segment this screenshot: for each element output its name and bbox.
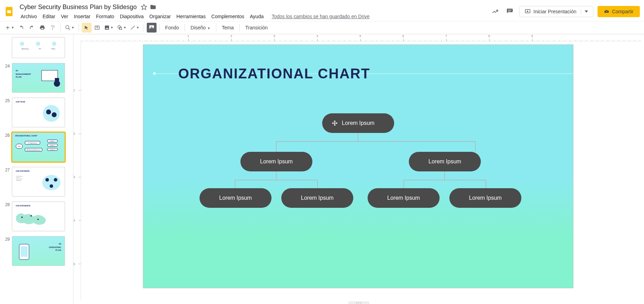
theme-button[interactable]: Tema (219, 25, 237, 30)
title-area: Cyber Security Business Plan by Slidesgo… (18, 3, 490, 21)
undo-button[interactable] (16, 23, 26, 33)
share-label: Compartir (612, 9, 634, 14)
svg-marker-7 (585, 10, 588, 13)
menu-editar[interactable]: Editar (40, 12, 58, 21)
svg-point-22 (52, 112, 57, 117)
select-tool-button[interactable] (82, 23, 92, 33)
svg-point-27 (21, 217, 23, 218)
star-icon[interactable] (141, 4, 147, 10)
ruler-vertical: 12345 (73, 41, 81, 301)
org-node-root[interactable]: Lorem Ipsum (322, 113, 394, 133)
org-node-l3b[interactable]: Lorem Ipsum (281, 188, 353, 208)
new-slide-button[interactable]: ▼ (3, 23, 16, 33)
connector (317, 180, 318, 188)
present-button[interactable]: Iniciar Presentación (519, 6, 593, 17)
background-button[interactable]: Fondo (162, 25, 182, 30)
move-cursor-icon (331, 120, 338, 127)
connector (276, 171, 276, 180)
thumbnail-29[interactable]: 05 OPERATING PLAN (12, 236, 65, 266)
comment-tool-button[interactable] (147, 23, 157, 33)
svg-point-21 (46, 109, 51, 114)
image-tool-button[interactable]: ▼ (103, 23, 115, 33)
svg-point-9 (66, 26, 69, 29)
connector (235, 180, 317, 180)
menu-ayuda[interactable]: Ayuda (247, 12, 266, 21)
print-button[interactable] (37, 23, 47, 33)
thumbnail-rail[interactable]: AdvertisingPROnline 24 04 MANAGEMENT PLA… (0, 34, 73, 304)
menu-bar: Archivo Editar Ver Insertar Formato Diap… (18, 12, 490, 21)
slide-wrapper: ORGANIZATIONAL CHART Lorem Ipsum (143, 45, 573, 288)
svg-point-20 (43, 105, 60, 122)
svg-marker-2 (142, 5, 147, 10)
connector (475, 141, 476, 152)
svg-line-10 (68, 28, 70, 30)
org-node-l3a[interactable]: Lorem Ipsum (200, 188, 272, 208)
toolbar: ▼ ▼ ▼ ▼ ▼ Fondo Diseño▼ Tema Transición (0, 21, 644, 34)
menu-insertar[interactable]: Insertar (71, 12, 93, 21)
org-node-label: Lorem Ipsum (301, 195, 333, 201)
connector (444, 171, 445, 180)
move-to-folder-icon[interactable] (150, 4, 156, 10)
comments-icon[interactable] (505, 6, 515, 17)
speaker-notes-handle[interactable] (348, 301, 369, 304)
org-node-l2a[interactable]: Lorem Ipsum (240, 152, 312, 171)
svg-rect-8 (606, 10, 607, 11)
connector (404, 180, 486, 180)
org-node-label: Lorem Ipsum (342, 120, 374, 126)
save-status[interactable]: Todos los cambios se han guardado en Dri… (272, 14, 369, 19)
paint-format-button[interactable] (48, 23, 58, 33)
thumb-number: 26 (3, 132, 10, 162)
menu-complementos[interactable]: Complementos (209, 12, 247, 21)
thumb-number: 24 (3, 63, 10, 93)
org-node-l2b[interactable]: Lorem Ipsum (409, 152, 481, 171)
org-node-label: Lorem Ipsum (387, 195, 420, 201)
share-button[interactable]: Compartir (598, 6, 640, 17)
slides-logo[interactable] (3, 5, 15, 18)
svg-rect-19 (55, 78, 59, 85)
layout-button[interactable]: Diseño▼ (188, 25, 213, 30)
thumbnail-26[interactable]: ORGANIZATIONAL CHART IT Department Marke… (12, 132, 65, 162)
menu-archivo[interactable]: Archivo (18, 12, 39, 21)
svg-point-23 (42, 175, 60, 190)
org-node-l3c[interactable]: Lorem Ipsum (368, 188, 440, 208)
ruler-horizontal: 123456789 (81, 34, 641, 41)
line-tool-button[interactable]: ▼ (129, 23, 141, 33)
svg-point-24 (45, 178, 49, 182)
svg-rect-31 (21, 246, 28, 257)
org-node-l3d[interactable]: Lorem Ipsum (449, 188, 521, 208)
menu-ver[interactable]: Ver (58, 12, 71, 21)
thumbnail-25[interactable]: OUR TEAM (12, 98, 65, 127)
title-decor-dot (153, 72, 156, 75)
redo-button[interactable] (27, 23, 37, 33)
activity-icon[interactable] (490, 6, 500, 17)
connector (404, 180, 404, 188)
slide-title[interactable]: ORGANIZATIONAL CHART (178, 66, 370, 82)
menu-herramientas[interactable]: Herramientas (174, 12, 208, 21)
menu-formato[interactable]: Formato (94, 12, 117, 21)
doc-title[interactable]: Cyber Security Business Plan by Slidesgo (18, 3, 138, 12)
canvas-area[interactable]: 123456789 12345 ORGANIZATIONAL CHART (73, 34, 644, 304)
thumb-number: 28 (3, 202, 10, 231)
app-header: Cyber Security Business Plan by Slidesgo… (0, 0, 644, 21)
present-dropdown-icon[interactable] (581, 9, 588, 14)
org-node-label: Lorem Ipsum (260, 158, 292, 165)
thumbnail-27[interactable]: OUR PARTNERS • Lorem ipsum• dolor sit• a… (12, 167, 65, 197)
thumbnail-23[interactable]: AdvertisingPROnline (12, 37, 65, 58)
connector (486, 180, 486, 188)
svg-rect-1 (7, 10, 11, 13)
transition-button[interactable]: Transición (243, 25, 270, 30)
svg-point-29 (37, 219, 39, 220)
svg-rect-3 (508, 10, 512, 10)
app-body: AdvertisingPROnline 24 04 MANAGEMENT PLA… (0, 34, 644, 304)
zoom-button[interactable]: ▼ (64, 23, 76, 33)
menu-organizar[interactable]: Organizar (147, 12, 173, 21)
menu-diapositiva[interactable]: Diapositiva (117, 12, 146, 21)
svg-rect-4 (508, 11, 511, 11)
svg-point-26 (50, 184, 53, 188)
thumbnail-28[interactable]: OUR EXPANSION (12, 202, 65, 231)
slide-canvas[interactable]: ORGANIZATIONAL CHART Lorem Ipsum (143, 45, 573, 288)
textbox-tool-button[interactable] (92, 23, 102, 33)
thumbnail-24[interactable]: 04 MANAGEMENT PLAN (12, 63, 65, 93)
shape-tool-button[interactable]: ▼ (116, 23, 128, 33)
connector (235, 180, 235, 188)
